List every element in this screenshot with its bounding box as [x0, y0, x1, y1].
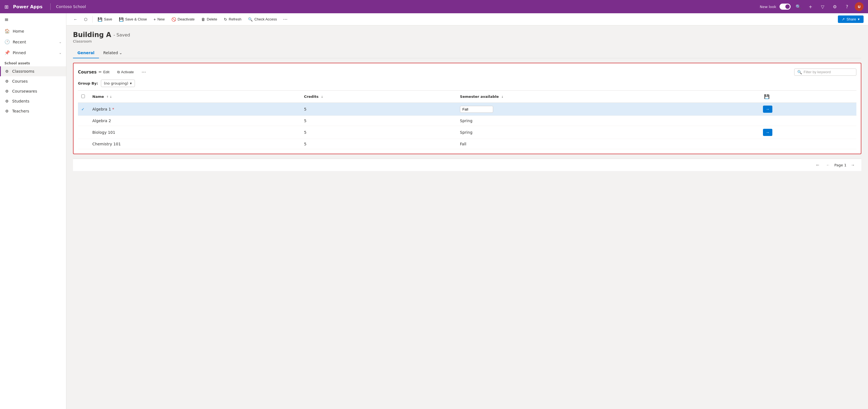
help-icon[interactable]: ? — [843, 2, 851, 11]
row-name-chemistry: Chemistry 101 — [89, 139, 301, 149]
row-name-algebra2: Algebra 2 — [89, 116, 301, 126]
save-close-button[interactable]: 💾 Save & Close — [116, 15, 150, 23]
table-row: ✓ Algebra 1 * 5 → — [78, 103, 857, 116]
tab-related-label: Related — [103, 51, 118, 55]
sidebar-item-home[interactable]: 🏠 Home — [0, 26, 66, 36]
navigate-button-biology[interactable]: → — [763, 129, 772, 136]
save-close-icon: 💾 — [119, 17, 124, 22]
row-credits-chemistry: 5 — [301, 139, 457, 149]
sidebar-item-students-label: Students — [12, 99, 29, 103]
nav-divider — [50, 3, 51, 10]
sidebar-item-coursewares-label: Coursewares — [12, 89, 37, 93]
sidebar-item-classrooms[interactable]: ⚙ Classrooms — [0, 66, 66, 76]
row-check-biology — [78, 126, 89, 139]
edit-icon: ✏ — [99, 70, 102, 74]
courses-title: Courses — [78, 70, 96, 74]
filter-icon[interactable]: ▽ — [818, 2, 827, 11]
sidebar-item-recent[interactable]: 🕐 Recent ⌄ — [0, 36, 66, 47]
main-layout: ≡ 🏠 Home 🕐 Recent ⌄ 📌 Pinned ⌄ School as… — [0, 13, 868, 409]
col-name[interactable]: Name ↑ ↓ — [89, 91, 301, 103]
save-close-label: Save & Close — [125, 17, 147, 21]
share-button[interactable]: ↗ Share ▾ — [838, 15, 864, 23]
edit-button[interactable]: ✏ Edit — [96, 69, 112, 75]
courses-table: Name ↑ ↓ Credits ↓ Semester available ↓ — [78, 90, 857, 149]
refresh-label: Refresh — [229, 17, 242, 21]
prev-page-button[interactable]: ← — [824, 162, 832, 168]
home-icon: 🏠 — [4, 28, 10, 34]
table-save-button[interactable]: 💾 — [763, 93, 771, 100]
table-row: Biology 101 5 Spring → — [78, 126, 857, 139]
settings-icon[interactable]: ⚙ — [830, 2, 839, 11]
courses-actions: ✏ Edit ⧉ Activate ⋯ — [96, 68, 148, 76]
pinned-icon: 📌 — [4, 50, 10, 55]
table-row: Chemistry 101 5 Fall — [78, 139, 857, 149]
col-semester[interactable]: Semester available ↓ — [457, 91, 760, 103]
delete-button[interactable]: 🗑 Delete — [198, 15, 220, 23]
deactivate-button[interactable]: 🚫 Deactivate — [168, 15, 197, 23]
row-name-biology: Biology 101 — [89, 126, 301, 139]
copy-icon: ⧉ — [117, 70, 120, 74]
credits-sort-icon: ↓ — [321, 95, 323, 98]
classrooms-icon: ⚙ — [4, 69, 9, 74]
sidebar-item-pinned[interactable]: 📌 Pinned ⌄ — [0, 47, 66, 58]
sidebar-item-pinned-label: Pinned — [13, 51, 26, 55]
group-by-select[interactable]: (no grouping) ▾ — [101, 80, 135, 87]
filter-input[interactable] — [804, 70, 854, 74]
add-icon[interactable]: + — [806, 2, 815, 11]
open-button[interactable]: ⬡ — [81, 15, 90, 23]
sidebar-section-title: School assets — [0, 58, 66, 66]
sidebar-item-students[interactable]: ⚙ Students — [0, 96, 66, 106]
refresh-button[interactable]: ↻ Refresh — [221, 15, 244, 23]
sidebar-item-recent-label: Recent — [13, 40, 26, 44]
new-look-toggle[interactable] — [779, 4, 790, 10]
related-chevron-icon: ⌄ — [119, 51, 122, 55]
avatar[interactable]: U — [855, 2, 864, 11]
new-button[interactable]: + New — [151, 15, 167, 23]
row-arrow-biology: → — [760, 126, 857, 139]
sidebar-item-home-label: Home — [13, 29, 24, 33]
tab-general[interactable]: General — [73, 48, 99, 58]
waffle-icon[interactable]: ⊞ — [4, 4, 8, 10]
courses-header: Courses ✏ Edit ⧉ Activate ⋯ 🔍 — [78, 68, 857, 76]
app-title: Power Apps — [13, 4, 42, 9]
filter-input-wrapper: 🔍 — [794, 68, 857, 76]
first-page-button[interactable]: ⇐ — [814, 162, 822, 168]
required-asterisk-icon: * — [112, 107, 114, 112]
new-look-label: New look — [760, 5, 776, 9]
name-sort-icons: ↑ ↓ — [106, 95, 112, 98]
row-arrow-algebra1: → — [760, 103, 857, 116]
more-options-button[interactable]: ⋯ — [281, 15, 290, 24]
page-label: Page 1 — [834, 163, 846, 167]
back-button[interactable]: ← — [71, 15, 80, 23]
delete-icon: 🗑 — [201, 17, 205, 22]
semester-sort-icon: ↓ — [501, 95, 503, 98]
new-icon: + — [153, 17, 156, 22]
table-row: Algebra 2 5 Spring — [78, 116, 857, 126]
save-icon: 💾 — [98, 17, 102, 22]
group-by-row: Group By: (no grouping) ▾ — [78, 80, 857, 87]
activate-button[interactable]: ⧉ Activate — [115, 69, 136, 75]
sidebar-menu-button[interactable]: ≡ — [0, 13, 66, 26]
save-button[interactable]: 💾 Save — [95, 15, 115, 23]
search-icon[interactable]: 🔍 — [794, 2, 803, 11]
row-arrow-chemistry — [760, 139, 857, 149]
sidebar-item-coursewares[interactable]: ⚙ Coursewares — [0, 86, 66, 96]
semester-input-algebra1[interactable] — [460, 106, 493, 113]
tab-related[interactable]: Related ⌄ — [99, 48, 127, 58]
open-icon: ⬡ — [84, 17, 87, 22]
courses-more-button[interactable]: ⋯ — [139, 68, 148, 76]
sidebar-item-classrooms-label: Classrooms — [12, 69, 34, 73]
navigate-button-algebra1[interactable]: → — [763, 105, 772, 113]
check-access-button[interactable]: 🔍 Check Access — [245, 15, 280, 23]
select-all-checkbox[interactable] — [81, 95, 85, 98]
algebra1-name: Algebra 1 — [92, 107, 111, 112]
check-access-icon: 🔍 — [248, 17, 253, 22]
row-credits-algebra1: 5 — [301, 103, 457, 116]
group-by-label: Group By: — [78, 81, 98, 85]
teachers-icon: ⚙ — [4, 108, 9, 114]
recent-chevron-icon: ⌄ — [59, 40, 62, 44]
sidebar-item-courses[interactable]: ⚙ Courses — [0, 76, 66, 86]
sidebar-item-teachers[interactable]: ⚙ Teachers — [0, 106, 66, 116]
next-page-button[interactable]: → — [849, 162, 857, 168]
col-credits[interactable]: Credits ↓ — [301, 91, 457, 103]
